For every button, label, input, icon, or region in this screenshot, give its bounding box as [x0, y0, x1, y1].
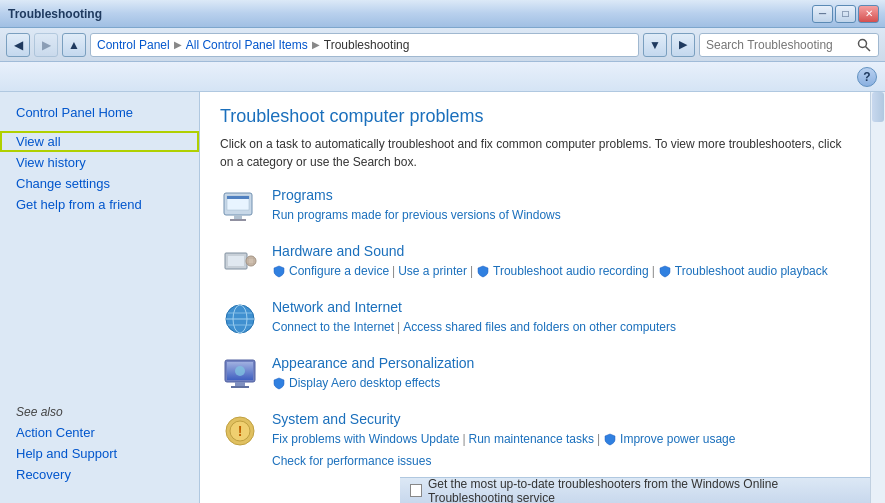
hardware-title[interactable]: Hardware and Sound — [272, 243, 850, 259]
minimize-button[interactable]: ─ — [812, 5, 833, 23]
sidebar-change-settings[interactable]: Change settings — [0, 173, 199, 194]
bottom-text: Get the most up-to-date troubleshooters … — [428, 477, 860, 504]
shield-icon-3 — [658, 265, 672, 279]
network-icon — [220, 299, 260, 339]
breadcrumb-item-2[interactable]: All Control Panel Items — [186, 38, 308, 52]
window-title: Troubleshooting — [8, 7, 102, 21]
breadcrumb-sep-1: ▶ — [174, 39, 182, 50]
main-layout: Control Panel Home View all View history… — [0, 92, 885, 503]
sidebar-control-panel-home[interactable]: Control Panel Home — [0, 102, 199, 123]
maximize-button[interactable]: □ — [835, 5, 856, 23]
connect-internet-link[interactable]: Connect to the Internet — [272, 318, 394, 337]
search-box[interactable] — [699, 33, 879, 57]
programs-content: Programs Run programs made for previous … — [272, 187, 850, 225]
search-icon[interactable] — [856, 37, 872, 53]
appearance-icon — [220, 355, 260, 395]
back-button[interactable]: ◀ — [6, 33, 30, 57]
network-title[interactable]: Network and Internet — [272, 299, 850, 315]
programs-subtitle: Run programs made for previous versions … — [272, 206, 850, 225]
breadcrumb-sep-2: ▶ — [312, 39, 320, 50]
appearance-links: Display Aero desktop effects — [272, 374, 850, 393]
hardware-icon — [220, 243, 260, 283]
breadcrumb: Control Panel ▶ All Control Panel Items … — [90, 33, 639, 57]
svg-rect-18 — [235, 382, 245, 386]
appearance-title[interactable]: Appearance and Personalization — [272, 355, 850, 371]
sidebar-view-history[interactable]: View history — [0, 152, 199, 173]
windows-update-link[interactable]: Fix problems with Windows Update — [272, 430, 459, 449]
sidebar: Control Panel Home View all View history… — [0, 92, 200, 503]
scrollbar-thumb[interactable] — [872, 92, 884, 122]
appearance-content: Appearance and Personalization Display A… — [272, 355, 850, 393]
svg-text:!: ! — [238, 423, 243, 439]
content-description: Click on a task to automatically trouble… — [220, 135, 850, 171]
sidebar-recovery[interactable]: Recovery — [0, 464, 199, 485]
online-checkbox[interactable] — [410, 484, 422, 497]
breadcrumb-item-1[interactable]: Control Panel — [97, 38, 170, 52]
bottom-bar: Get the most up-to-date troubleshooters … — [400, 477, 870, 503]
shared-files-link[interactable]: Access shared files and folders on other… — [403, 318, 676, 337]
network-content: Network and Internet Connect to the Inte… — [272, 299, 850, 337]
window-controls: ─ □ ✕ — [812, 5, 879, 23]
system-links: Fix problems with Windows Update | Run m… — [272, 430, 850, 471]
hardware-links: Configure a device | Use a printer | Tro… — [272, 262, 850, 281]
power-usage-link[interactable]: Improve power usage — [620, 430, 735, 449]
category-appearance: Appearance and Personalization Display A… — [220, 355, 850, 395]
audio-recording-link[interactable]: Troubleshoot audio recording — [493, 262, 649, 281]
category-hardware: Hardware and Sound Configure a device | … — [220, 243, 850, 283]
configure-device-link[interactable]: Configure a device — [289, 262, 389, 281]
svg-point-9 — [246, 256, 256, 266]
aero-link[interactable]: Display Aero desktop effects — [289, 374, 440, 393]
dropdown-button[interactable]: ▼ — [643, 33, 667, 57]
system-icon: ! — [220, 411, 260, 451]
category-system: ! System and Security Fix problems with … — [220, 411, 850, 471]
programs-title[interactable]: Programs — [272, 187, 850, 203]
svg-point-0 — [859, 39, 867, 47]
hardware-content: Hardware and Sound Configure a device | … — [272, 243, 850, 281]
svg-point-20 — [235, 366, 245, 376]
search-input[interactable] — [706, 38, 856, 52]
see-also-label: See also — [0, 395, 199, 422]
svg-rect-19 — [231, 386, 249, 388]
category-programs: Programs Run programs made for previous … — [220, 187, 850, 227]
network-links: Connect to the Internet | Access shared … — [272, 318, 850, 337]
svg-rect-5 — [234, 215, 242, 219]
scrollbar[interactable] — [870, 92, 885, 503]
maintenance-link[interactable]: Run maintenance tasks — [469, 430, 594, 449]
sidebar-view-all[interactable]: View all — [0, 131, 199, 152]
audio-playback-link[interactable]: Troubleshoot audio playback — [675, 262, 828, 281]
toolbar: ? — [0, 62, 885, 92]
shield-icon-2 — [476, 265, 490, 279]
category-network: Network and Internet Connect to the Inte… — [220, 299, 850, 339]
help-button[interactable]: ? — [857, 67, 877, 87]
system-title[interactable]: System and Security — [272, 411, 850, 427]
svg-rect-8 — [228, 256, 244, 266]
svg-rect-4 — [227, 196, 249, 199]
programs-icon — [220, 187, 260, 227]
shield-icon-5 — [603, 433, 617, 447]
sidebar-action-center[interactable]: Action Center — [0, 422, 199, 443]
page-title: Troubleshoot computer problems — [220, 106, 850, 127]
shield-icon-1 — [272, 265, 286, 279]
system-content: System and Security Fix problems with Wi… — [272, 411, 850, 471]
performance-link[interactable]: Check for performance issues — [272, 452, 431, 471]
up-button[interactable]: ▲ — [62, 33, 86, 57]
svg-rect-6 — [230, 219, 246, 221]
sidebar-help-support[interactable]: Help and Support — [0, 443, 199, 464]
sidebar-get-help[interactable]: Get help from a friend — [0, 194, 199, 215]
go-button[interactable]: ▶ — [671, 33, 695, 57]
breadcrumb-item-3: Troubleshooting — [324, 38, 410, 52]
address-bar: ◀ ▶ ▲ Control Panel ▶ All Control Panel … — [0, 28, 885, 62]
use-printer-link[interactable]: Use a printer — [398, 262, 467, 281]
close-button[interactable]: ✕ — [858, 5, 879, 23]
forward-button[interactable]: ▶ — [34, 33, 58, 57]
content-area: Troubleshoot computer problems Click on … — [200, 92, 870, 503]
programs-link[interactable]: Run programs made for previous versions … — [272, 206, 561, 225]
title-bar: Troubleshooting ─ □ ✕ — [0, 0, 885, 28]
svg-line-1 — [866, 46, 871, 51]
shield-icon-4 — [272, 377, 286, 391]
